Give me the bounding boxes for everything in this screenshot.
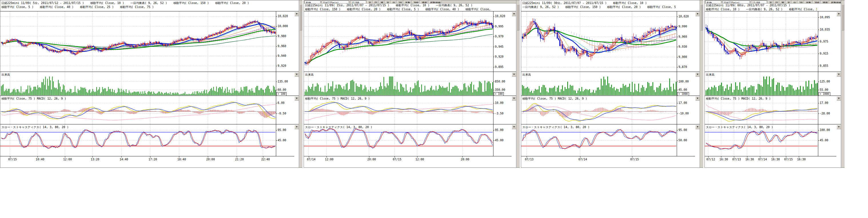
section-dropdown-button[interactable]: ▼: [695, 72, 700, 77]
time-axis-label: 17:20: [148, 158, 157, 161]
toolbar-button[interactable]: 分: [792, 1, 797, 3]
section-dropdown-button[interactable]: ▼: [294, 12, 299, 16]
toolbar-button[interactable]: 300: [412, 1, 420, 3]
chart-indicator-segment: 一目均衡表( 9, 26, 52 ): [746, 8, 782, 11]
macd-section-title: 移動平均( Close, 75 ) MACD( 12, 26, 9 ): [706, 97, 771, 101]
toolbar-button[interactable]: 本数: [404, 1, 411, 3]
toolbar-button[interactable]: 週: [379, 1, 384, 3]
price-axis-labels: 10,0209,9959,9709,9459,9209,895: [493, 11, 512, 72]
section-dropdown-button[interactable]: ▼: [512, 97, 516, 101]
toolbar-button[interactable]: 月: [385, 1, 390, 3]
stoch-axis-label: 95.00: [278, 129, 286, 132]
time-axis-label: 20:00: [206, 158, 215, 161]
macd-section: 10.00-3.50▼移動平均( Close, 75 ) MACD( 12, 2…: [304, 96, 516, 124]
vertical-scrollbar[interactable]: [700, 0, 703, 168]
macd-axis-label: 17.00: [678, 101, 687, 104]
price-plot[interactable]: [0, 11, 276, 72]
section-dropdown-button[interactable]: ▼: [837, 125, 841, 129]
toolbar-button[interactable]: 月: [786, 1, 791, 3]
instrument-dropdown[interactable]: 先物: [305, 1, 320, 3]
chart-window-5min: 日経225mini 11/09( 5分, 2011/07/12 - 2011/0…: [0, 0, 303, 168]
volume-plot[interactable]: [705, 72, 818, 96]
time-axis-tick: [369, 156, 369, 157]
section-dropdown-button[interactable]: ▼: [837, 12, 841, 16]
section-dropdown-button[interactable]: ▼: [294, 97, 299, 101]
volume-plot[interactable]: [521, 72, 677, 96]
time-axis-label: 12:00: [415, 158, 424, 161]
macd-section: 6.00-0.50▼移動平均( Close, 75 ) MACD( 12, 26…: [0, 96, 299, 124]
toolbar-button[interactable]: 日: [774, 1, 779, 3]
section-dropdown-button[interactable]: ▼: [512, 72, 516, 77]
time-axis-tick: [721, 156, 721, 157]
toolbar-button[interactable]: 分: [392, 1, 396, 3]
time-axis-label: 20:00: [367, 158, 376, 161]
price-plot[interactable]: [304, 11, 493, 72]
chart-title-segment: 一目均衡表( 9, 26, 52 ): [436, 4, 472, 7]
stoch-section-title: スロー・ストキャスティクス( 14, 3, 80, 20 ): [305, 125, 372, 129]
toolbar-button[interactable]: 日: [373, 1, 378, 3]
time-axis-label: 07/15: [784, 158, 793, 161]
section-dropdown-button[interactable]: ▼: [695, 97, 700, 101]
chart-indicator-segment: 移動平均( Close, 20 ): [607, 5, 641, 8]
volume-plot[interactable]: [304, 72, 493, 96]
toolbar-button[interactable]: 10: [397, 1, 403, 3]
toolbar-sliver: 先物日経225mini11/09足日週月分10本数300適用複数銘柄: [304, 0, 520, 3]
stochastics-section: 95.0050.00▼スロー・ストキャスティクス( 14, 3, 80, 20 …: [521, 124, 700, 156]
macd-axis-labels: 17.00-28.00: [818, 96, 836, 124]
time-axis-label: 16:30: [797, 158, 806, 161]
instrument-dropdown[interactable]: 日経225mini: [322, 1, 349, 3]
price-plot[interactable]: [705, 11, 818, 72]
toolbar-button[interactable]: 適用: [822, 1, 829, 3]
time-axis-label: 07/14: [307, 158, 316, 161]
vertical-scrollbar[interactable]: [299, 0, 303, 168]
toolbar-button[interactable]: 本数: [805, 1, 812, 3]
time-axis-tick: [417, 156, 417, 157]
toolbar-button[interactable]: 足: [367, 1, 372, 3]
time-axis-tick: [734, 156, 734, 157]
instrument-dropdown[interactable]: 日経225mini: [722, 1, 750, 3]
time-axis-tick: [150, 156, 150, 157]
price-axis-label: 9,930: [678, 45, 687, 48]
instrument-dropdown[interactable]: 先物: [705, 1, 721, 3]
section-dropdown-button[interactable]: ▼: [695, 125, 700, 129]
toolbar-button[interactable]: 週: [780, 1, 785, 3]
instrument-dropdown[interactable]: 11/09: [350, 1, 366, 3]
toolbar-button[interactable]: 300: [813, 1, 820, 3]
time-axis-label: 07/13: [525, 158, 533, 161]
scrollbar-thumb[interactable]: [700, 4, 703, 31]
price-axis-label: 9,940: [278, 54, 286, 57]
time-axis-tick: [527, 156, 527, 157]
toolbar-button[interactable]: 適用: [421, 1, 428, 3]
price-plot[interactable]: [521, 11, 677, 72]
section-dropdown-button[interactable]: ▼: [695, 12, 700, 16]
chart-title-segment: 移動平均( Close, 10 ): [90, 1, 124, 5]
scrollbar-thumb[interactable]: [299, 4, 302, 31]
toolbar-button[interactable]: 複数銘柄: [429, 1, 442, 3]
vertical-scrollbar[interactable]: [516, 0, 520, 168]
section-dropdown-button[interactable]: ▼: [837, 97, 841, 101]
scrollbar-thumb[interactable]: [517, 4, 520, 31]
volume-plot[interactable]: [0, 72, 276, 96]
section-dropdown-button[interactable]: ▼: [294, 72, 299, 77]
price-axis-label: 9,895: [495, 65, 503, 69]
section-dropdown-button[interactable]: ▼: [294, 125, 299, 129]
section-dropdown-button[interactable]: ▼: [512, 125, 516, 129]
toolbar-button[interactable]: 10: [798, 1, 804, 3]
scrollbar-thumb[interactable]: [841, 4, 844, 31]
price-axis-label: 9,960: [278, 44, 286, 48]
section-dropdown-button[interactable]: ▼: [837, 72, 841, 77]
section-dropdown-button[interactable]: ▼: [512, 12, 516, 16]
vertical-scrollbar[interactable]: [841, 0, 844, 168]
macd-section: 17.00-28.00▼移動平均( Close, 75 ) MACD( 12, …: [705, 96, 841, 124]
stoch-axis-label: 45.00: [820, 139, 828, 142]
macd-section-title: 移動平均( Close, 75 ) MACD( 12, 26, 9 ): [522, 97, 587, 101]
stochastics-axis-labels: 95.0050.00: [677, 124, 695, 156]
time-axis-tick: [92, 156, 93, 157]
volume-axis-label: 60.00: [278, 88, 286, 91]
instrument-dropdown[interactable]: 11/09: [751, 1, 767, 3]
volume-section-title: 出来高: [1, 73, 10, 77]
price-axis-labels: 10,02010,0009,9809,9609,9409,920: [276, 11, 294, 72]
volume-section: 850.00350.00× 100▼出来高: [304, 72, 516, 96]
volume-section-title: 出来高: [522, 73, 531, 77]
toolbar-button[interactable]: 足: [768, 1, 773, 3]
